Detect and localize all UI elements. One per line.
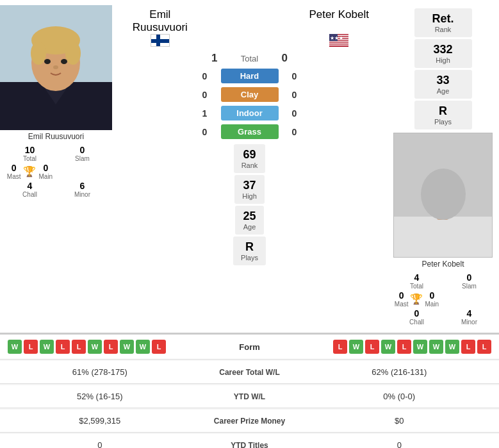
right-player-stats: 4 Total 0 Slam 0 Mast 🏆 0 Main — [387, 270, 499, 328]
center-age-row: 25 Age — [112, 206, 387, 235]
right-chall-stat: 0 Chall — [392, 308, 441, 326]
clay-surface-row: 0 Clay 0 — [112, 87, 387, 102]
svg-point-9 — [61, 59, 67, 64]
left-total-stat: 10 Total — [5, 145, 54, 162]
names-header-row: Emil Ruusuvuori Peter Kobelt — [112, 8, 387, 34]
right-form-badge-4: L — [397, 340, 411, 354]
right-form-badge-9: L — [477, 340, 491, 354]
right-mast-stat: 0 Mast 🏆 0 Main — [392, 290, 441, 308]
left-form-badge-7: W — [120, 340, 134, 354]
right-form-badge-2: L — [365, 340, 379, 354]
right-form-badge-1: W — [349, 340, 363, 354]
total-score-row: 1 Total 0 — [112, 52, 387, 65]
indoor-surface-row: 1 Indoor 0 — [112, 106, 387, 120]
right-player-photo — [393, 133, 493, 258]
right-form-badges: L W L W L W W W L L — [288, 340, 492, 354]
left-total-score: 1 — [211, 52, 217, 65]
prize-label: Career Prize Money — [192, 417, 307, 426]
career-wl-row: 61% (278-175) Career Total W/L 62% (216-… — [0, 361, 499, 384]
right-form-badge-3: W — [381, 340, 395, 354]
right-player-name: Peter Kobelt — [387, 258, 499, 270]
indoor-surface-btn: Indoor — [221, 106, 279, 120]
right-form-badge-5: W — [413, 340, 427, 354]
right-player-area: Ret. Rank 332 High 33 Age R Plays — [387, 5, 499, 328]
finland-flag-icon — [151, 34, 170, 47]
center-plays-row: R Plays — [112, 236, 387, 265]
left-player-header-name: Emil Ruusuvuori — [115, 8, 205, 34]
left-minor-stat: 6 Minor — [58, 181, 107, 198]
bottom-stats-section: W L W L L W L W W L Form L W L W L W W W — [0, 333, 499, 448]
svg-rect-17 — [329, 45, 348, 46]
right-prize: $0 — [307, 416, 492, 426]
right-high-box: 332 High — [414, 39, 472, 68]
left-rank-box: 69 Rank — [234, 144, 266, 173]
svg-point-6 — [31, 42, 46, 65]
svg-point-23 — [421, 169, 466, 220]
right-plays-box: R Plays — [414, 101, 472, 129]
form-label: Form — [211, 342, 288, 352]
right-total-stat: 4 Total — [392, 272, 441, 290]
hard-surface-btn: Hard — [221, 69, 279, 83]
hard-surface-row: 0 Hard 0 — [112, 69, 387, 83]
right-rank-box: Ret. Rank — [414, 8, 472, 37]
left-trophy-icon: 🏆 — [23, 165, 36, 178]
flags-row: ★★★ — [112, 34, 387, 47]
ytd-titles-label: YTD Titles — [192, 441, 307, 449]
left-form-badge-3: L — [56, 340, 70, 354]
right-form-badge-6: W — [429, 340, 443, 354]
left-form-badges: W L W L L W L W W L — [8, 340, 211, 354]
center-info-row: 69 Rank — [112, 144, 387, 173]
left-player-photo-area: Emil Ruusuvuori 10 Total 0 Slam 0 Mast 🏆 — [0, 5, 112, 328]
center-column: Emil Ruusuvuori Peter Kobelt — [112, 5, 387, 328]
left-ytd-wl: 52% (16-15) — [8, 392, 192, 401]
left-form-badge-1: L — [24, 340, 38, 354]
left-form-badge-5: W — [88, 340, 102, 354]
main-container: Emil Ruusuvuori 10 Total 0 Slam 0 Mast 🏆 — [0, 0, 499, 448]
form-row: W L W L L W L W W L Form L W L W L W W W — [0, 335, 499, 360]
left-form-badge-2: W — [40, 340, 54, 354]
career-wl-label: Career Total W/L — [192, 368, 307, 377]
right-form-badge-0: L — [333, 340, 347, 354]
left-high-box: 37 High — [234, 175, 265, 204]
right-career-wl: 62% (216-131) — [307, 367, 492, 377]
svg-point-10 — [53, 65, 58, 69]
prize-money-row: $2,599,315 Career Prize Money $0 — [0, 410, 499, 433]
left-form-badge-8: W — [136, 340, 150, 354]
right-player-header-name: Peter Kobelt — [294, 8, 384, 34]
left-slam-stat: 0 Slam — [58, 145, 107, 162]
left-form-badge-4: L — [72, 340, 86, 354]
usa-flag-icon: ★★★ — [329, 34, 348, 47]
right-ytd-titles: 0 — [307, 440, 492, 448]
svg-rect-21 — [394, 217, 493, 258]
center-high-row: 37 High — [112, 175, 387, 204]
left-form-badge-6: L — [104, 340, 118, 354]
left-player-stats: 10 Total 0 Slam 0 Mast 🏆 0 Main — [0, 143, 112, 200]
grass-surface-btn: Grass — [221, 124, 279, 139]
right-minor-stat: 4 Minor — [445, 308, 494, 326]
left-form-badge-9: L — [152, 340, 166, 354]
left-chall-stat: 4 Chall — [5, 181, 54, 198]
total-label: Total — [231, 54, 269, 63]
right-total-score: 0 — [282, 52, 288, 65]
ytd-wl-row: 52% (16-15) YTD W/L 0% (0-0) — [0, 385, 499, 408]
right-slam-stat: 0 Slam — [445, 272, 494, 290]
right-form-badge-8: L — [461, 340, 475, 354]
right-age-box: 33 Age — [414, 70, 472, 99]
left-mast-stat: 0 Mast 🏆 0 Main — [5, 163, 54, 180]
left-age-box: 25 Age — [235, 206, 263, 235]
svg-point-7 — [65, 42, 81, 65]
svg-point-8 — [44, 59, 51, 64]
svg-text:★★★: ★★★ — [330, 35, 343, 41]
left-player-name: Emil Ruusuvuori — [0, 130, 112, 143]
right-form-badge-7: W — [445, 340, 459, 354]
right-trophy-icon: 🏆 — [410, 293, 423, 305]
left-career-wl: 61% (278-175) — [8, 367, 192, 377]
right-ytd-wl: 0% (0-0) — [307, 392, 492, 401]
left-plays-box: R Plays — [233, 236, 266, 265]
clay-surface-btn: Clay — [221, 87, 279, 102]
right-flag: ★★★ — [294, 34, 384, 47]
left-form-badge-0: W — [8, 340, 22, 354]
players-comparison: Emil Ruusuvuori 10 Total 0 Slam 0 Mast 🏆 — [0, 0, 499, 333]
ytd-titles-row: 0 YTD Titles 0 — [0, 434, 499, 448]
svg-rect-16 — [329, 43, 348, 44]
